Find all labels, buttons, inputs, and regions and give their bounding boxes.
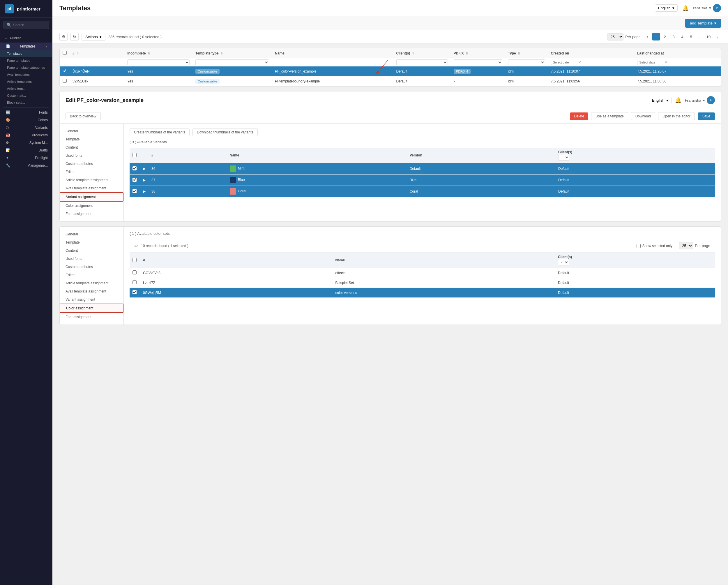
sidebar-item-avail-templates[interactable]: Avail templates <box>0 71 52 78</box>
color-sidebar-color-assignment[interactable]: Color assignment <box>60 304 124 313</box>
color-sidebar-avail-template-assignment[interactable]: Avail template assignment <box>60 287 124 296</box>
page-2-button[interactable]: 2 <box>661 33 669 41</box>
download-button[interactable]: Download <box>631 112 655 120</box>
filter-incomplete[interactable]: - <box>127 59 189 65</box>
show-selected-only-checkbox[interactable] <box>636 244 641 248</box>
clear-last-changed-icon[interactable]: ✕ <box>665 60 668 65</box>
sidebar-item-fonts[interactable]: 🔤 Fonts <box>0 109 52 116</box>
color-client-filter[interactable]: - <box>558 259 569 265</box>
table-row[interactable]: ÜcukhÖeN Yes Customizable PF_color-versi… <box>60 67 721 76</box>
row-checkbox[interactable] <box>62 69 67 73</box>
edit-language-selector[interactable]: English ▾ <box>649 97 672 104</box>
sidebar-publish-header[interactable]: ← Publish <box>0 34 52 43</box>
variant-checkbox[interactable] <box>132 178 136 182</box>
sidebar-item-templates-sub[interactable]: Templates <box>0 50 52 57</box>
actions-dropdown[interactable]: Actions ▾ <box>81 33 105 41</box>
edit-sidebar-content[interactable]: Content <box>60 143 124 152</box>
edit-sidebar-color-assignment[interactable]: Color assignment <box>60 202 124 210</box>
row-checkbox[interactable] <box>62 79 67 83</box>
refresh-icon-button[interactable]: ↻ <box>71 33 79 41</box>
variant-checkbox[interactable] <box>132 189 136 193</box>
back-to-overview-button[interactable]: Back to overview <box>66 112 101 120</box>
sidebar-item-page-templates[interactable]: Page templates <box>0 57 52 64</box>
color-sidebar-variant-assignment[interactable]: Variant assignment <box>60 296 124 304</box>
color-sidebar-general[interactable]: General <box>60 230 124 238</box>
page-4-button[interactable]: 4 <box>678 33 686 41</box>
color-select-all[interactable] <box>132 258 136 262</box>
search-box[interactable]: 🔍 <box>3 21 49 29</box>
sidebar-item-article-templates[interactable]: Article templates <box>0 78 52 85</box>
color-sidebar-custom-attributes[interactable]: Custom attributes <box>60 263 124 271</box>
variant-row[interactable]: ▶ 37 Blue Blue Default <box>130 175 715 186</box>
prev-page-button[interactable]: ‹ <box>644 33 651 41</box>
color-row[interactable]: Lzjrzl7Z Beispiel-Set Default <box>130 278 715 288</box>
edit-sidebar-custom-attributes[interactable]: Custom attributes <box>60 160 124 168</box>
select-all-checkbox[interactable] <box>62 51 67 55</box>
variant-row[interactable]: ▶ 38 Coral Coral Default <box>130 186 715 197</box>
download-thumbnails-button[interactable]: Download thumbnails of the variants <box>192 128 257 136</box>
variant-expand-button[interactable]: ▶ <box>143 167 146 171</box>
variants-select-all[interactable] <box>132 153 136 157</box>
page-10-button[interactable]: 10 <box>705 33 712 41</box>
edit-sidebar-variant-assignment[interactable]: Variant assignment <box>60 192 124 202</box>
color-sidebar-article-template-assignment[interactable]: Article template assignment <box>60 279 124 287</box>
edit-sidebar-template[interactable]: Template <box>60 135 124 143</box>
color-row[interactable]: 0GWejqRM color-versions Default <box>130 288 715 298</box>
color-sidebar-used-fonts[interactable]: Used fonts <box>60 255 124 263</box>
delete-button[interactable]: Delete <box>570 112 588 120</box>
color-row-checkbox[interactable] <box>132 280 136 284</box>
sidebar-item-article-tem-2[interactable]: Article tem... <box>0 85 52 92</box>
variant-row[interactable]: ▶ 36 Mint Default Default <box>130 163 715 175</box>
page-3-button[interactable]: 3 <box>670 33 677 41</box>
created-date-input[interactable] <box>551 60 577 65</box>
edit-user-area[interactable]: Franziska ▾ F <box>685 96 715 104</box>
variant-expand-button[interactable]: ▶ <box>143 189 146 194</box>
color-per-page-select[interactable]: 25 <box>679 242 693 249</box>
color-row-checkbox[interactable] <box>132 270 136 275</box>
edit-sidebar-used-fonts[interactable]: Used fonts <box>60 152 124 160</box>
table-row[interactable]: 59x51Uex Yes Customizable PFtemplateboun… <box>60 76 721 86</box>
color-sidebar-template[interactable]: Template <box>60 238 124 247</box>
search-input[interactable] <box>13 23 46 27</box>
edit-sidebar-font-assignment[interactable]: Font assignment <box>60 210 124 218</box>
sidebar-item-block-setti[interactable]: Block setti... <box>0 99 52 106</box>
user-area[interactable]: ranziska ▾ r <box>693 4 721 12</box>
save-button[interactable]: Save <box>698 112 715 120</box>
variants-client-filter[interactable]: - <box>558 154 569 160</box>
edit-sidebar-article-template-assignment[interactable]: Article template assignment <box>60 176 124 184</box>
use-as-template-button[interactable]: Use as a template <box>591 112 628 120</box>
filter-type[interactable]: - <box>508 59 545 65</box>
notification-bell-icon[interactable]: 🔔 <box>682 5 689 11</box>
sidebar-item-colors[interactable]: 🎨 Colors <box>0 116 52 124</box>
last-changed-date-input[interactable] <box>637 60 664 65</box>
sidebar-item-page-template-cats[interactable]: Page template categories <box>0 64 52 71</box>
open-editor-button[interactable]: Open in the editor <box>658 112 695 120</box>
color-row[interactable]: GOVv0Ve3 effects Default <box>130 268 715 278</box>
color-sidebar-editor[interactable]: Editor <box>60 271 124 279</box>
sidebar-item-producers[interactable]: 🏭 Producers <box>0 131 52 139</box>
variant-checkbox[interactable] <box>132 167 136 171</box>
sidebar-item-variants[interactable]: ⬡ Variants <box>0 124 52 131</box>
sidebar-item-system-m[interactable]: ⚙ System M... <box>0 139 52 147</box>
sidebar-item-templates[interactable]: 📄 Templates ▼ <box>0 43 52 50</box>
color-row-checkbox[interactable] <box>132 290 136 294</box>
color-gear-icon[interactable]: ⚙ <box>134 244 138 248</box>
create-thumbnails-button[interactable]: Create thumbnails of the variants <box>130 128 189 136</box>
language-selector[interactable]: English ▾ <box>655 4 678 12</box>
edit-bell-icon[interactable]: 🔔 <box>675 97 681 103</box>
filter-client[interactable]: - <box>396 59 448 65</box>
edit-sidebar-general[interactable]: General <box>60 127 124 135</box>
settings-icon-button[interactable]: ⚙ <box>59 33 68 41</box>
sidebar-item-manageme[interactable]: 🔧 Manageme... <box>0 162 52 169</box>
variant-expand-button[interactable]: ▶ <box>143 178 146 182</box>
next-page-button[interactable]: › <box>713 33 721 41</box>
sidebar-item-preflight[interactable]: ✈ Preflight <box>0 154 52 162</box>
per-page-select[interactable]: 25 50 100 <box>607 33 623 41</box>
filter-template-type[interactable]: - <box>196 59 269 65</box>
sidebar-item-custom-att[interactable]: Custom att... <box>0 92 52 99</box>
sidebar-item-drafts[interactable]: 📝 Drafts <box>0 147 52 154</box>
add-template-button[interactable]: add Template ▾ <box>685 19 721 28</box>
clear-created-date-icon[interactable]: ✕ <box>578 60 581 65</box>
filter-pdfx[interactable]: - <box>454 59 502 65</box>
edit-sidebar-editor[interactable]: Editor <box>60 168 124 176</box>
